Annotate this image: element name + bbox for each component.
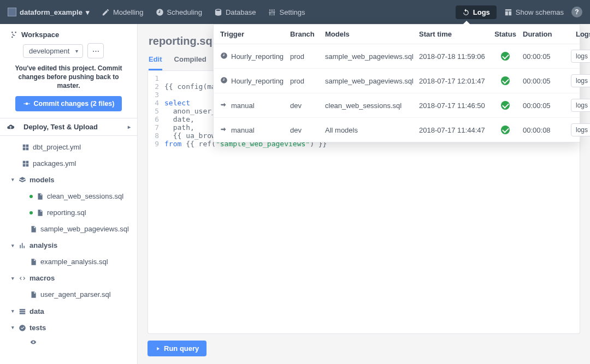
start-cell: 2018-07-17 11:46:50 bbox=[419, 102, 488, 110]
modified-dot-icon bbox=[30, 211, 33, 214]
check-circle-icon bbox=[19, 324, 26, 332]
top-navbar: dataform_example ▾ Modelling Scheduling … bbox=[0, 0, 590, 24]
chevron-down-icon: ▾ bbox=[10, 324, 15, 332]
file-icon bbox=[36, 209, 44, 217]
logs-popover: Trigger Branch Models Start time Status … bbox=[213, 24, 580, 142]
folder-analysis[interactable]: ▾ analysis bbox=[2, 237, 135, 254]
workspace-label: Workspace bbox=[21, 31, 59, 39]
file-example-analysis[interactable]: example_analysis.sql bbox=[2, 254, 135, 270]
models-cell: All models bbox=[325, 126, 415, 134]
project-dropdown[interactable]: dataform_example ▾ bbox=[8, 8, 90, 16]
run-query-button[interactable]: Run query bbox=[148, 341, 206, 356]
nav-settings[interactable]: Settings bbox=[268, 8, 305, 16]
branch-more-button[interactable]: ⋯ bbox=[87, 43, 104, 58]
nav-scheduling[interactable]: Scheduling bbox=[156, 8, 202, 16]
commit-message: You've edited this project. Commit chang… bbox=[0, 63, 137, 96]
commit-button[interactable]: Commit changes (2 files) bbox=[15, 96, 122, 111]
status-success-icon bbox=[501, 76, 510, 85]
logs-row: manualdevAll models2018-07-17 11:44:4700… bbox=[214, 118, 580, 142]
clock-icon bbox=[220, 52, 228, 61]
refresh-icon bbox=[462, 8, 470, 16]
branch-cell: dev bbox=[290, 126, 321, 134]
logs-cell: logs bbox=[563, 50, 590, 63]
folder-data[interactable]: ▾ data bbox=[2, 303, 135, 320]
file-clean-web-sessions[interactable]: clean_web_sessions.sql bbox=[2, 188, 135, 205]
chevron-down-icon: ▾ bbox=[10, 176, 15, 184]
file-label: example_analysis.sql bbox=[40, 256, 108, 268]
file-label: sample_web_pageviews.sql bbox=[40, 223, 129, 235]
view-logs-button[interactable]: logs bbox=[571, 50, 590, 63]
chart-icon bbox=[19, 242, 26, 249]
status-cell bbox=[492, 76, 518, 85]
pencil-icon bbox=[102, 8, 110, 16]
trigger-label: Hourly_reporting bbox=[231, 52, 284, 61]
tab-compiled[interactable]: Compiled bbox=[174, 55, 206, 70]
view-logs-button[interactable]: logs bbox=[571, 123, 590, 136]
file-label: reporting.sql bbox=[47, 207, 86, 219]
trigger-cell: Hourly_reporting bbox=[220, 52, 286, 61]
file-user-agent-parser[interactable]: user_agent_parser.sql bbox=[2, 287, 135, 303]
nav-modelling[interactable]: Modelling bbox=[102, 8, 144, 16]
svg-point-0 bbox=[25, 102, 28, 105]
duration-cell: 00:00:05 bbox=[523, 102, 559, 110]
file-icon bbox=[30, 258, 37, 266]
branch-select[interactable]: development ▾ bbox=[23, 44, 83, 58]
logs-cell: logs bbox=[563, 99, 590, 112]
project-icon bbox=[8, 8, 16, 16]
folder-tests[interactable]: ▾ tests bbox=[2, 320, 135, 336]
grid-icon bbox=[22, 160, 30, 168]
tab-label: Compiled bbox=[174, 55, 206, 63]
nav-database-label: Database bbox=[226, 8, 256, 16]
deploy-row[interactable]: Deploy, Test & Upload ▸ bbox=[0, 118, 137, 136]
models-cell: clean_web_sessions.sql bbox=[325, 102, 415, 110]
folder-label: macros bbox=[30, 272, 55, 284]
code-text: select bbox=[164, 99, 190, 107]
logs-cell: logs bbox=[563, 74, 590, 87]
project-name: dataform_example bbox=[20, 8, 82, 16]
col-duration: Duration bbox=[523, 30, 559, 38]
folder-macros[interactable]: ▾ macros bbox=[2, 270, 135, 287]
workspace-header: Workspace bbox=[0, 28, 137, 43]
nav-database[interactable]: Database bbox=[214, 8, 256, 16]
file-label: user_agent_parser.sql bbox=[40, 289, 111, 301]
nav-right: Logs Show schemas ? bbox=[456, 5, 582, 19]
file-icon bbox=[36, 193, 44, 200]
col-trigger: Trigger bbox=[220, 30, 286, 38]
nav-scheduling-label: Scheduling bbox=[167, 8, 202, 16]
file-reporting[interactable]: reporting.sql bbox=[2, 205, 135, 221]
file-packages[interactable]: packages.yml bbox=[2, 156, 135, 172]
file-label: clean_web_sessions.sql bbox=[47, 190, 123, 202]
chevron-right-icon: ▸ bbox=[128, 124, 131, 130]
file-icon bbox=[30, 225, 37, 233]
logs-button[interactable]: Logs bbox=[456, 5, 497, 19]
hand-icon bbox=[220, 126, 228, 135]
duration-cell: 00:00:05 bbox=[523, 77, 559, 85]
logs-label: Logs bbox=[473, 8, 490, 16]
view-logs-button[interactable]: logs bbox=[571, 99, 590, 112]
code-icon bbox=[19, 275, 26, 282]
trigger-cell: manual bbox=[220, 126, 286, 135]
view-logs-button[interactable]: logs bbox=[571, 74, 590, 87]
file-dbt-project[interactable]: dbt_project.yml bbox=[2, 139, 135, 156]
folder-label: models bbox=[30, 174, 55, 186]
col-logs: Logs bbox=[563, 30, 590, 38]
chevron-down-icon: ▾ bbox=[10, 307, 15, 315]
logs-body: Hourly_reportingprodsample_web_pageviews… bbox=[214, 44, 580, 142]
branch-name: development bbox=[29, 47, 69, 55]
folder-label: analysis bbox=[30, 240, 57, 252]
chevron-down-icon: ▾ bbox=[86, 8, 90, 16]
folder-models[interactable]: ▾ models bbox=[2, 172, 135, 188]
clock-icon bbox=[220, 76, 228, 86]
trigger-label: manual bbox=[231, 102, 255, 110]
tab-edit[interactable]: Edit bbox=[149, 55, 162, 70]
models-cell: sample_web_pageviews.sql bbox=[325, 52, 415, 61]
branch-cell: dev bbox=[290, 102, 321, 110]
code-text: {{ ref( bbox=[181, 140, 216, 148]
file-label: dbt_project.yml bbox=[33, 141, 81, 153]
chevron-down-icon: ▾ bbox=[75, 48, 78, 54]
show-schemas-button[interactable]: Show schemas bbox=[504, 8, 564, 16]
trigger-cell: manual bbox=[220, 101, 286, 110]
file-sample-web-pageviews[interactable]: sample_web_pageviews.sql bbox=[2, 221, 135, 237]
help-button[interactable]: ? bbox=[571, 7, 582, 17]
branch-row: development ▾ ⋯ bbox=[0, 43, 137, 63]
